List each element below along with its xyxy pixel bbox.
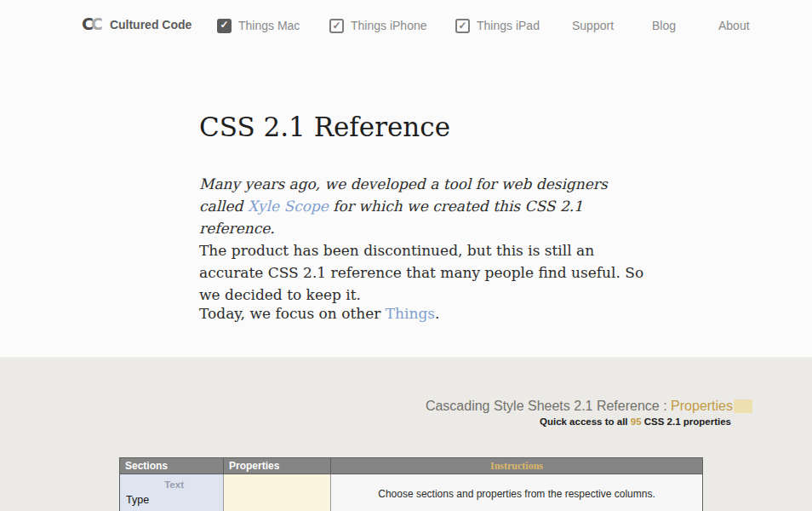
nav-label: Support (572, 19, 614, 32)
properties-column (224, 474, 331, 511)
reference-subtitle: Quick access to all 95 CSS 2.1 propertie… (540, 416, 731, 427)
xyle-scope-link[interactable]: Xyle Scope (248, 198, 329, 215)
nav-label: Blog (652, 19, 676, 32)
highlight-swatch (734, 399, 752, 413)
reference-title-accent: Properties (671, 399, 733, 413)
reference-subtitle-post: CSS 2.1 properties (642, 416, 731, 427)
checkbox-filled-icon (217, 19, 232, 33)
nav-about[interactable]: About (718, 17, 750, 34)
property-count: 95 (631, 416, 642, 427)
nav-blog[interactable]: Blog (652, 17, 676, 34)
checkbox-outline-icon (329, 19, 344, 33)
reference-subtitle-pre: Quick access to all (540, 416, 631, 427)
nav-support[interactable]: Support (572, 17, 614, 34)
table-body-row: Text Type Choose sections and properties… (120, 474, 702, 511)
page: CC Cultured Code Things Mac Things iPhon… (0, 0, 812, 511)
nav-things-mac[interactable]: Things Mac (217, 17, 300, 34)
reference-table: Sections Properties Instructions Text Ty… (119, 457, 703, 511)
checkbox-outline-icon (455, 19, 470, 33)
cultured-code-logo-icon: CC (82, 16, 100, 32)
intro-paragraph: Many years ago, we developed a tool for … (199, 173, 646, 239)
sections-column: Text Type (120, 474, 224, 511)
nav-things-ipad[interactable]: Things iPad (455, 17, 540, 34)
closing-text-pre: Today, we focus on other (199, 305, 386, 322)
page-title: CSS 2.1 Reference (199, 112, 710, 142)
reference-title-main: Cascading Style Sheets 2.1 Reference : (426, 399, 671, 413)
table-header-row: Sections Properties Instructions (120, 458, 702, 474)
nav-label: Things iPhone (351, 19, 427, 32)
brand-name: Cultured Code (106, 18, 192, 32)
section-group-label: Text (120, 479, 184, 490)
nav-label: Things iPad (477, 19, 540, 32)
closing-paragraph: Today, we focus on other Things. (199, 302, 646, 324)
closing-text-post: . (435, 305, 439, 322)
body-paragraph: The product has been discontinued, but t… (199, 239, 646, 306)
things-link[interactable]: Things (386, 305, 435, 322)
header-properties: Properties (224, 458, 331, 474)
header-instructions: Instructions (331, 458, 702, 474)
section-item-type[interactable]: Type (120, 494, 223, 506)
instructions-column: Choose sections and properties from the … (331, 474, 702, 511)
reference-title: Cascading Style Sheets 2.1 Reference : P… (426, 399, 752, 414)
top-navigation: CC Cultured Code Things Mac Things iPhon… (0, 0, 812, 53)
brand-logo-link[interactable]: CC Cultured Code (82, 16, 192, 32)
instruction-line-1: Choose sections and properties from the … (331, 488, 702, 500)
nav-label: Things Mac (238, 19, 300, 32)
header-sections: Sections (120, 458, 224, 474)
nav-label: About (718, 19, 750, 32)
nav-things-iphone[interactable]: Things iPhone (329, 17, 427, 34)
